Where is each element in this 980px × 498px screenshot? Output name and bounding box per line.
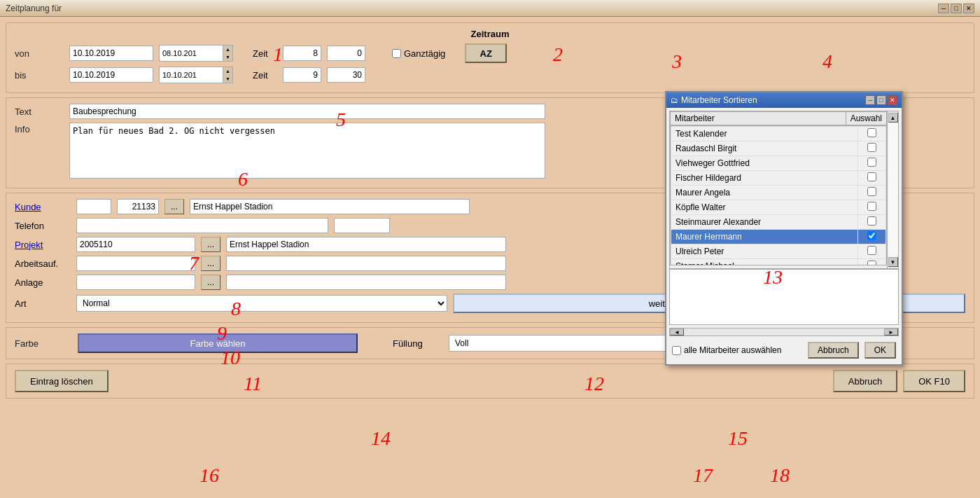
mitarbeiter-checkbox[interactable] xyxy=(867,246,876,255)
maximize-btn[interactable]: □ xyxy=(951,4,962,13)
fuellung-label: Füllung xyxy=(393,338,435,349)
mitarbeiter-check-cell xyxy=(858,141,886,156)
window-controls[interactable]: ─ □ ✕ xyxy=(938,4,974,13)
mitarbeiter-name: Maurer Herrmann xyxy=(671,230,858,244)
col-mitarbeiter: Mitarbeiter xyxy=(671,112,846,125)
popup-title: Mitarbeiter Sortieren xyxy=(681,95,757,105)
mitarbeiter-name: Test Kalender xyxy=(671,127,858,141)
zeit-label-2: Zeit xyxy=(253,70,277,81)
mitarbeiter-checkbox[interactable] xyxy=(867,202,876,211)
mitarbeiter-checkbox[interactable] xyxy=(867,143,876,152)
text-input[interactable] xyxy=(69,104,545,119)
zeitraum-section: Zeitraum von ▲▼ Zeit Ganztägig AZ xyxy=(6,22,974,93)
popup-close-btn[interactable]: ✕ xyxy=(888,95,897,105)
telefon-input[interactable] xyxy=(76,218,328,233)
bis-spinner-input[interactable] xyxy=(160,67,223,83)
arbeitsauf-input[interactable] xyxy=(76,256,195,271)
mitarbeiter-checkbox[interactable] xyxy=(867,187,876,196)
arbeitsauf-dot-btn[interactable]: ... xyxy=(201,256,220,271)
anlage-input[interactable] xyxy=(76,275,195,290)
mitarbeiter-checkbox[interactable] xyxy=(867,128,876,137)
close-btn[interactable]: ✕ xyxy=(963,4,974,13)
popup-footer: alle Mitarbeiter auswählen Abbruch OK xyxy=(669,339,899,361)
table-row[interactable]: Viehweger Gottfried xyxy=(671,156,886,171)
table-row[interactable]: Maurer Herrmann xyxy=(671,230,886,244)
ok-btn[interactable]: OK F10 xyxy=(903,370,965,392)
table-row[interactable]: Ulreich Peter xyxy=(671,244,886,259)
title-bar: Zeitplanung für ─ □ ✕ xyxy=(0,0,980,17)
mitarbeiter-name: Maurer Angela xyxy=(671,186,858,200)
anlage-dot-btn[interactable]: ... xyxy=(201,275,220,290)
popup-controls[interactable]: ─ □ ✕ xyxy=(865,95,897,105)
mitarbeiter-checkbox[interactable] xyxy=(867,261,876,265)
zeit-h1-input[interactable] xyxy=(283,46,321,61)
mitarbeiter-check-cell xyxy=(858,156,886,171)
projekt-dot-btn[interactable]: ... xyxy=(201,237,220,252)
telefon-extra-input[interactable] xyxy=(334,218,390,233)
table-row[interactable]: Maurer Angela xyxy=(671,186,886,200)
von-spinner[interactable]: ▲▼ xyxy=(159,45,233,62)
von-spinner-btns[interactable]: ▲▼ xyxy=(223,46,232,61)
mitarbeiter-rows: Test KalenderRaudaschl BirgitViehweger G… xyxy=(671,126,886,265)
popup-abbruch-btn[interactable]: Abbruch xyxy=(808,342,859,359)
info-textarea[interactable]: Plan für neues Bad 2. OG nicht vergessen xyxy=(69,123,545,179)
mitarbeiter-checkbox[interactable] xyxy=(867,172,876,181)
bis-spinner-btns[interactable]: ▲▼ xyxy=(223,67,232,83)
art-select[interactable]: Normal Urlaub Krank Feiertag xyxy=(76,295,447,312)
mitarbeiter-list[interactable]: Test KalenderRaudaschl BirgitViehweger G… xyxy=(670,125,887,265)
mitarbeiter-name: Raudaschl Birgit xyxy=(671,141,858,156)
popup-minimize-btn[interactable]: ─ xyxy=(865,95,875,105)
ganztaegig-label: Ganztägig xyxy=(404,48,445,59)
telefon-label: Telefon xyxy=(15,221,71,231)
popup-scrollbar-h[interactable]: ◄ ► xyxy=(669,328,899,336)
mitarbeiter-check-cell xyxy=(858,230,886,244)
table-row[interactable]: Steinmaurer Alexander xyxy=(671,215,886,230)
arbeitsauf-name-input[interactable] xyxy=(226,256,506,271)
alle-mitarbeiter-group: alle Mitarbeiter auswählen xyxy=(672,345,781,355)
mitarbeiter-name: Ulreich Peter xyxy=(671,244,858,259)
alle-mitarbeiter-checkbox[interactable] xyxy=(672,346,681,355)
von-spinner-input[interactable] xyxy=(160,46,223,61)
ganztaegig-section: Ganztägig xyxy=(392,48,445,59)
mitarbeiter-checkbox[interactable] xyxy=(867,158,876,167)
mitarbeiter-checkbox[interactable] xyxy=(867,231,876,240)
popup-ok-btn[interactable]: OK xyxy=(864,342,896,359)
bis-date-input[interactable] xyxy=(69,67,153,83)
table-row[interactable]: Test Kalender xyxy=(671,127,886,141)
kunde-link[interactable]: Kunde xyxy=(15,202,71,212)
kunde-name-input[interactable] xyxy=(190,199,470,214)
table-row[interactable]: Raudaschl Birgit xyxy=(671,141,886,156)
von-date-input[interactable] xyxy=(69,46,153,61)
zeit-m1-input[interactable] xyxy=(327,46,365,61)
popup-empty-area xyxy=(669,269,899,325)
table-row[interactable]: Fischer Hildegard xyxy=(671,171,886,186)
table-row[interactable]: Sterner Michael xyxy=(671,259,886,266)
projekt-name-input[interactable] xyxy=(226,237,506,252)
info-label: Info xyxy=(15,123,64,134)
abbruch-btn[interactable]: Abbruch xyxy=(833,370,897,392)
bottom-buttons: Eintrag löschen Abbruch OK F10 xyxy=(6,364,974,399)
kunde-dot-btn[interactable]: ... xyxy=(164,199,184,214)
zeit-h2-input[interactable] xyxy=(283,67,321,83)
projekt-id-input[interactable] xyxy=(76,237,195,252)
az-button[interactable]: AZ xyxy=(465,43,507,63)
table-row[interactable]: Köpfle Walter xyxy=(671,200,886,215)
farbe-btn[interactable]: Farbe wählen xyxy=(78,333,358,353)
kunde-num-input[interactable] xyxy=(117,199,159,214)
mitarbeiter-check-cell xyxy=(858,127,886,141)
bis-spinner[interactable]: ▲▼ xyxy=(159,67,233,83)
projekt-link[interactable]: Projekt xyxy=(15,240,71,250)
zeit-m2-input[interactable] xyxy=(327,67,365,83)
anlage-label: Anlage xyxy=(15,277,71,288)
mitarbeiter-checkbox[interactable] xyxy=(867,216,876,226)
kunde-id-input[interactable] xyxy=(76,199,111,214)
popup-title-bar: 🗂 Mitarbeiter Sortieren ─ □ ✕ xyxy=(666,92,902,108)
mitarbeiter-check-cell xyxy=(858,186,886,200)
popup-maximize-btn[interactable]: □ xyxy=(876,95,886,105)
mitarbeiter-name: Steinmaurer Alexander xyxy=(671,215,858,230)
anlage-name-input[interactable] xyxy=(226,275,506,290)
loeschen-btn[interactable]: Eintrag löschen xyxy=(15,370,108,392)
minimize-btn[interactable]: ─ xyxy=(938,4,949,13)
ganztaegig-checkbox[interactable] xyxy=(392,49,401,58)
mitarbeiter-name: Viehweger Gottfried xyxy=(671,156,858,171)
